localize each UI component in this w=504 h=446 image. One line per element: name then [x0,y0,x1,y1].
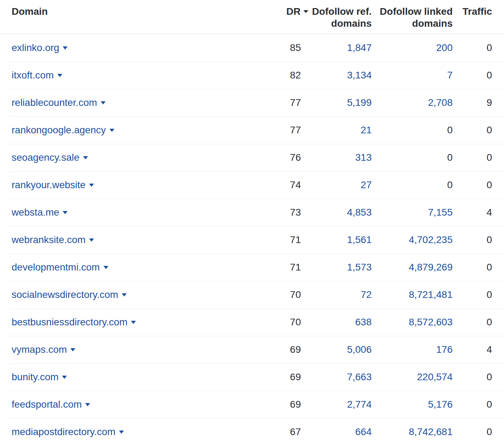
dofollow-linked-domains-link[interactable]: 2,708 [428,97,453,108]
domain-link[interactable]: bunity.com [12,371,58,382]
dr-value: 70 [278,289,309,300]
domain-link[interactable]: vymaps.com [12,344,67,355]
domain-link[interactable]: bestbusniessdirectory.com [12,317,127,327]
traffic-value: 0 [453,179,504,191]
dofollow-linked-domains-cell: 7 [372,70,453,81]
chevron-down-icon[interactable] [101,101,106,104]
chevron-down-icon[interactable] [89,184,94,187]
domain-cell: feedsportal.com [0,399,278,410]
dofollow-linked-domains-cell: 7,155 [372,207,453,218]
domain-link[interactable]: seoagency.sale [12,152,80,163]
chevron-down-icon[interactable] [119,431,124,434]
dr-value: 74 [278,179,309,191]
domain-cell: websta.me [0,207,278,218]
dofollow-ref-domains-link[interactable]: 664 [355,426,372,437]
dofollow-linked-domains-link[interactable]: 7 [447,70,453,81]
dofollow-ref-domains-link[interactable]: 7,663 [347,371,372,382]
dofollow-ref-domains-link[interactable]: 638 [355,317,372,327]
column-header-traffic[interactable]: Traffic [453,0,504,33]
table-row: exlinko.org851,8472000 [0,34,504,62]
domain-link[interactable]: socialnewsdirectory.com [12,289,118,300]
dr-value: 67 [278,426,309,438]
chevron-down-icon[interactable] [131,321,136,324]
domain-link[interactable]: mediapostdirectory.com [12,426,115,437]
traffic-value: 0 [453,152,504,163]
dofollow-linked-domains-cell: 2,708 [372,97,453,108]
domain-link[interactable]: itxoft.com [12,70,54,81]
dofollow-linked-domains-link[interactable]: 5,176 [428,399,453,410]
dofollow-linked-domains-link[interactable]: 7,155 [428,207,453,218]
domain-link[interactable]: developmentmi.com [12,262,100,273]
dofollow-ref-domains-link[interactable]: 313 [355,152,372,163]
dofollow-linked-domains-link[interactable]: 176 [436,344,453,355]
domain-link[interactable]: rankongoogle.agency [12,125,106,135]
dofollow-linked-domains-cell: 220,574 [372,371,453,383]
chevron-down-icon[interactable] [62,376,67,379]
dofollow-ref-domains-link[interactable]: 1,561 [347,234,372,245]
domain-cell: reliablecounter.com [0,97,278,108]
domain-link[interactable]: rankyour.website [12,179,86,190]
dofollow-linked-domains-link[interactable]: 4,879,269 [409,262,453,273]
table-row: websta.me734,8537,1554 [0,199,504,226]
dofollow-ref-domains-cell: 4,853 [309,207,372,218]
table-row: itxoft.com823,13470 [0,62,504,89]
dofollow-linked-domains-cell: 0 [372,152,453,163]
dofollow-ref-domains-cell: 1,847 [309,42,372,53]
chevron-down-icon[interactable] [70,348,75,351]
dr-value: 77 [278,97,309,108]
dofollow-ref-domains-cell: 638 [309,317,372,328]
dofollow-ref-domains-link[interactable]: 3,134 [347,70,372,81]
table-header-row: Domain DR Dofollow ref. domains Dofollow… [0,0,504,34]
domain-cell: webranksite.com [0,234,278,246]
domain-link[interactable]: reliablecounter.com [12,97,97,108]
dofollow-ref-domains-link[interactable]: 27 [361,179,372,190]
dofollow-linked-domains-link[interactable]: 200 [436,42,453,53]
column-header-line: domains [372,18,453,30]
dofollow-ref-domains-link[interactable]: 4,853 [347,207,372,218]
chevron-down-icon[interactable] [63,211,68,214]
dofollow-ref-domains-link[interactable]: 2,774 [347,399,372,410]
chevron-down-icon[interactable] [63,46,68,50]
dofollow-linked-domains-link[interactable]: 8,572,603 [409,317,453,327]
column-header-dofollow-ref-domains[interactable]: Dofollow ref. domains [309,0,372,33]
chevron-down-icon[interactable] [85,403,90,406]
traffic-value: 0 [453,317,504,328]
table-row: bestbusniessdirectory.com706388,572,6030 [0,308,504,336]
chevron-down-icon[interactable] [57,74,62,77]
dofollow-linked-domains-cell: 8,742,681 [372,426,453,438]
domain-cell: itxoft.com [0,70,278,81]
column-header-dofollow-linked-domains[interactable]: Dofollow linked domains [372,0,453,33]
chevron-down-icon[interactable] [122,293,127,297]
chevron-down-icon[interactable] [83,156,88,159]
domain-link[interactable]: feedsportal.com [12,399,82,410]
chevron-down-icon[interactable] [103,266,108,269]
dofollow-ref-domains-cell: 27 [309,179,372,191]
domain-link[interactable]: webranksite.com [12,234,86,245]
dr-value: 70 [278,317,309,328]
dofollow-ref-domains-link[interactable]: 1,847 [347,42,372,53]
chevron-down-icon[interactable] [89,238,94,242]
dofollow-ref-domains-cell: 1,561 [309,234,372,246]
traffic-value: 0 [453,426,504,438]
chevron-down-icon[interactable] [109,129,114,132]
dofollow-ref-domains-link[interactable]: 21 [361,125,372,135]
dr-value: 73 [278,207,309,218]
column-header-dr[interactable]: DR [278,0,309,33]
dofollow-linked-domains-link[interactable]: 220,574 [417,371,453,382]
dofollow-ref-domains-link[interactable]: 1,573 [347,262,372,273]
dofollow-ref-domains-link[interactable]: 5,199 [347,97,372,108]
domain-link[interactable]: websta.me [12,207,59,218]
domains-table: Domain DR Dofollow ref. domains Dofollow… [0,0,504,446]
dofollow-ref-domains-cell: 72 [309,289,372,300]
dr-value: 85 [278,42,309,53]
dofollow-linked-domains-cell: 8,572,603 [372,317,453,328]
dofollow-linked-domains-link[interactable]: 8,721,481 [409,289,453,300]
dofollow-linked-domains-link[interactable]: 4,702,235 [409,234,453,245]
domain-link[interactable]: exlinko.org [12,42,59,53]
dofollow-ref-domains-link[interactable]: 5,006 [347,344,372,355]
dofollow-ref-domains-cell: 5,199 [309,97,372,108]
dofollow-ref-domains-link[interactable]: 72 [361,289,372,300]
column-header-domain: Domain [0,0,278,33]
table-row: socialnewsdirectory.com70728,721,4810 [0,281,504,308]
dofollow-linked-domains-link[interactable]: 8,742,681 [409,426,453,437]
